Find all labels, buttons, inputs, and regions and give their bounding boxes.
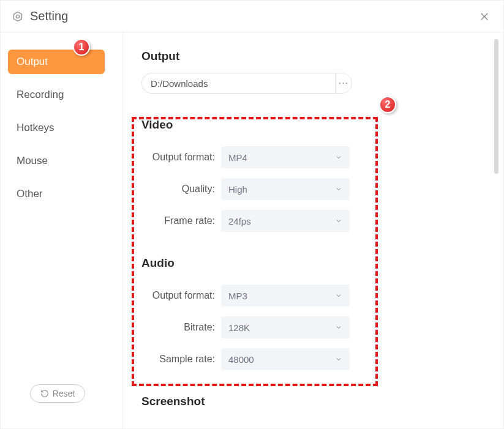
chevron-down-icon xyxy=(335,292,342,299)
header-left: Setting xyxy=(12,9,68,23)
video-quality-row: Quality: High xyxy=(141,178,485,200)
output-section-title: Output xyxy=(141,50,485,63)
video-quality-label: Quality: xyxy=(141,184,221,195)
page-title: Setting xyxy=(30,9,68,23)
audio-output-format-label: Output format: xyxy=(141,290,221,301)
audio-bitrate-row: Bitrate: 128K xyxy=(141,316,485,338)
output-path-row: D:/Downloads ··· xyxy=(141,73,485,94)
reset-icon xyxy=(40,389,49,398)
video-output-format-label: Output format: xyxy=(141,152,221,163)
audio-sample-rate-label: Sample rate: xyxy=(141,354,221,365)
output-path-browse-button[interactable]: ··· xyxy=(335,73,352,94)
select-value: MP3 xyxy=(228,291,247,301)
gear-icon xyxy=(12,10,24,23)
video-fields: Output format: MP4 Quality: High Frame r… xyxy=(141,141,485,232)
sidebar-item-label: Mouse xyxy=(17,155,48,166)
annotation-badge-2: 2 xyxy=(379,96,396,113)
sidebar-item-hotkeys[interactable]: Hotkeys xyxy=(8,116,105,140)
audio-sample-rate-row: Sample rate: 48000 xyxy=(141,348,485,370)
output-path-input[interactable]: D:/Downloads xyxy=(141,73,335,94)
chevron-down-icon xyxy=(335,185,342,193)
video-frame-rate-label: Frame rate: xyxy=(141,215,221,226)
reset-button[interactable]: Reset xyxy=(30,384,85,403)
sidebar-item-label: Hotkeys xyxy=(17,122,54,133)
sidebar-item-label: Output xyxy=(17,56,48,67)
audio-output-format-select[interactable]: MP3 xyxy=(221,285,350,307)
video-output-format-row: Output format: MP4 xyxy=(141,146,485,168)
audio-fields: Output format: MP3 Bitrate: 128K Sample … xyxy=(141,280,485,370)
video-quality-select[interactable]: High xyxy=(221,178,350,200)
audio-section-title: Audio xyxy=(141,256,485,270)
badge-number: 1 xyxy=(79,42,85,53)
audio-bitrate-select[interactable]: 128K xyxy=(221,316,350,338)
annotation-badge-1: 1 xyxy=(73,39,90,56)
content: Output D:/Downloads ··· Video Output for… xyxy=(123,32,503,428)
select-value: MP4 xyxy=(228,152,247,163)
video-output-format-select[interactable]: MP4 xyxy=(221,146,350,168)
sidebar-item-output[interactable]: Output xyxy=(8,50,105,74)
close-button[interactable] xyxy=(476,9,492,24)
output-path-value: D:/Downloads xyxy=(151,78,208,89)
select-value: 128K xyxy=(228,323,250,333)
select-value: High xyxy=(228,184,247,195)
screenshot-section-title: Screenshot xyxy=(141,395,485,408)
reset-label: Reset xyxy=(53,389,75,398)
chevron-down-icon xyxy=(335,154,342,161)
audio-output-format-row: Output format: MP3 xyxy=(141,285,485,307)
chevron-down-icon xyxy=(335,356,342,363)
video-frame-rate-select[interactable]: 24fps xyxy=(221,210,350,232)
badge-number: 2 xyxy=(385,99,391,110)
chevron-down-icon xyxy=(335,217,342,225)
sidebar-item-mouse[interactable]: Mouse xyxy=(8,149,105,173)
svg-point-1 xyxy=(16,15,19,18)
header: Setting xyxy=(1,1,503,32)
svg-marker-0 xyxy=(14,12,22,21)
sidebar-item-label: Recording xyxy=(17,89,64,100)
sidebar-item-other[interactable]: Other xyxy=(8,182,105,206)
select-value: 24fps xyxy=(228,216,251,226)
sidebar: Output Recording Hotkeys Mouse Other Res… xyxy=(1,32,123,428)
chevron-down-icon xyxy=(335,324,342,331)
audio-bitrate-label: Bitrate: xyxy=(141,322,221,333)
body: Output Recording Hotkeys Mouse Other Res… xyxy=(1,32,503,428)
sidebar-items: Output Recording Hotkeys Mouse Other xyxy=(8,50,115,384)
video-frame-rate-row: Frame rate: 24fps xyxy=(141,210,485,232)
scrollbar[interactable] xyxy=(494,39,498,174)
video-section-title: Video xyxy=(141,118,485,132)
select-value: 48000 xyxy=(228,354,254,365)
sidebar-item-label: Other xyxy=(17,188,43,200)
audio-sample-rate-select[interactable]: 48000 xyxy=(221,348,350,370)
sidebar-item-recording[interactable]: Recording xyxy=(8,83,105,107)
